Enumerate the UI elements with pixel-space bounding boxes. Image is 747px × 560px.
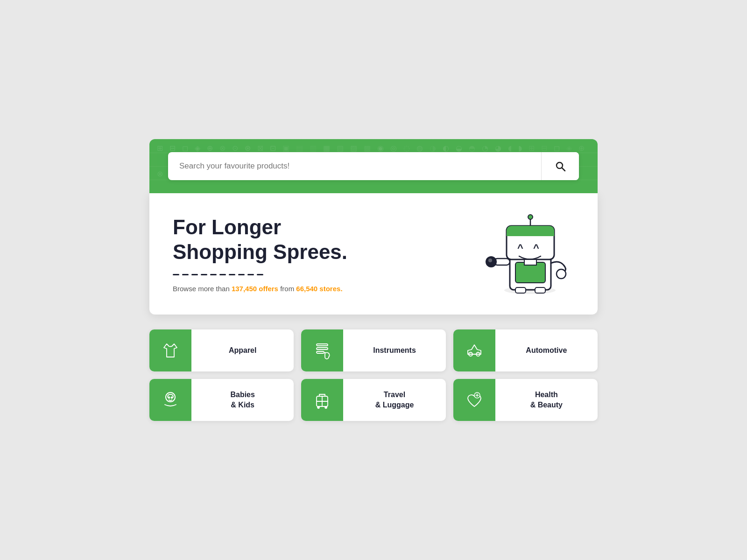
category-card-automotive[interactable]: Automotive [453,329,598,371]
category-card-health-beauty[interactable]: Health& Beauty [453,379,598,421]
search-icon [555,161,566,172]
search-box [168,152,579,180]
search-button[interactable] [541,152,579,180]
svg-point-30 [317,406,319,408]
category-label-apparel: Apparel [191,345,294,356]
category-icon-automotive [453,329,495,371]
svg-rect-15 [515,287,526,293]
robot-svg: ^ ^ [481,212,574,296]
svg-text:^: ^ [517,242,523,254]
svg-rect-21 [317,351,324,353]
category-icon-instruments [301,329,343,371]
category-card-apparel[interactable]: Apparel [149,329,294,371]
category-label-travel-luggage: Travel& Luggage [343,390,445,410]
hero-subtitle: Browse more than 137,450 offers from 66,… [173,285,481,293]
category-card-instruments[interactable]: Instruments [301,329,445,371]
svg-point-31 [325,406,327,408]
search-header: ⊞⊟◻◈⊕⊗⊙⊛⊠⊡▣▤▥▦▧▨▩◉◎◌◍◑◐◒◓◔◕◖◗⊞⊟◻◈⊕⊗⊙⊛⊠⊡▣… [149,139,598,193]
svg-rect-10 [524,259,536,265]
svg-rect-16 [535,287,545,293]
hero-text: For Longer Shopping Sprees. Browse more … [173,215,481,293]
svg-rect-19 [317,344,328,346]
search-input[interactable] [168,152,541,180]
category-icon-apparel [149,329,191,371]
svg-rect-7 [507,232,554,236]
svg-rect-20 [317,348,328,350]
category-label-automotive: Automotive [495,345,598,356]
category-icon-travel-luggage [301,379,343,421]
category-card-travel-luggage[interactable]: Travel& Luggage [301,379,445,421]
category-icon-health-beauty [453,379,495,421]
category-label-instruments: Instruments [343,345,445,356]
category-label-health-beauty: Health& Beauty [495,390,598,410]
svg-line-1 [562,168,565,171]
category-card-babies-kids[interactable]: Babies& Kids [149,379,294,421]
hero-title: For Longer Shopping Sprees. [173,215,481,265]
category-label-babies-kids: Babies& Kids [191,390,294,410]
svg-point-13 [488,259,492,262]
svg-point-26 [171,397,173,399]
hero-divider [173,274,481,275]
hero-section: For Longer Shopping Sprees. Browse more … [149,193,598,315]
svg-point-25 [169,397,170,399]
categories-section: ApparelInstrumentsAutomotiveBabies& Kids… [149,329,598,421]
svg-text:^: ^ [533,242,539,254]
svg-point-14 [557,269,566,279]
svg-point-18 [528,215,533,219]
robot-illustration: ^ ^ [481,212,574,296]
category-icon-babies-kids [149,379,191,421]
main-card: ⊞⊟◻◈⊕⊗⊙⊛⊠⊡▣▤▥▦▧▨▩◉◎◌◍◑◐◒◓◔◕◖◗⊞⊟◻◈⊕⊗⊙⊛⊠⊡▣… [149,139,598,421]
